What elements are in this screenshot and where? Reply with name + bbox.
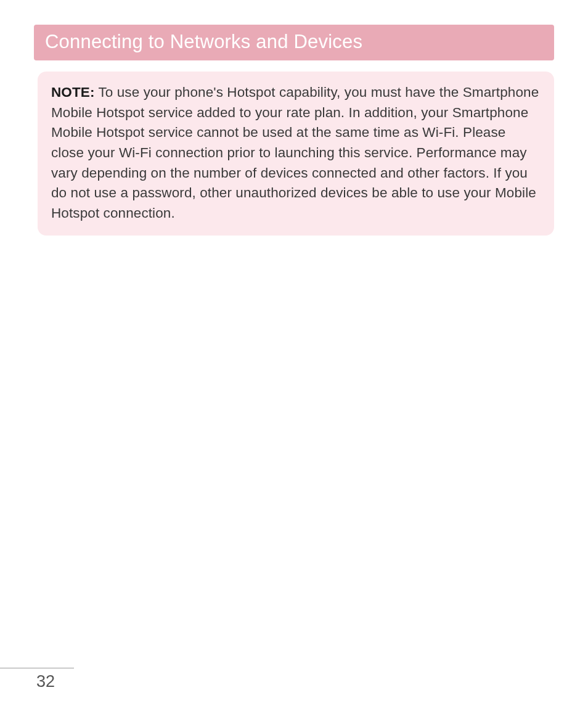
- page-footer: 32: [0, 668, 74, 691]
- section-header: Connecting to Networks and Devices: [34, 25, 554, 60]
- note-label: NOTE:: [51, 84, 95, 100]
- note-body: To use your phone's Hotspot capability, …: [51, 84, 539, 221]
- note-box: NOTE: To use your phone's Hotspot capabi…: [38, 72, 554, 236]
- section-title: Connecting to Networks and Devices: [45, 31, 362, 52]
- page-number: 32: [19, 672, 55, 691]
